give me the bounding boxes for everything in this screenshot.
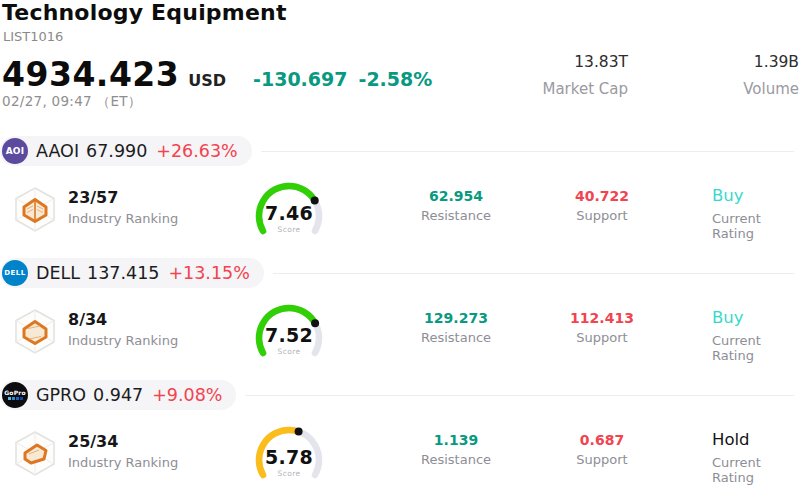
index-price-line: 4934.423 USD -130.697-2.58% (2, 55, 432, 94)
quote-timestamp: 02/27, 09:47 （ET） (2, 93, 142, 111)
dell-logo-icon: DELL (2, 260, 28, 286)
ticker-price: 67.990 (86, 141, 147, 161)
resistance-value: 129.273 (396, 310, 516, 326)
ticker-pill-dell[interactable]: DELL DELL 137.415 +13.15% (0, 258, 264, 288)
ranking-value: 23/57 (68, 188, 178, 207)
industry-ranking: 8/34 Industry Ranking (68, 310, 178, 348)
row-head: DELL DELL 137.415 +13.15% (0, 258, 800, 288)
resistance-column: 129.273 Resistance (396, 310, 516, 345)
resistance-column: 62.954 Resistance (396, 188, 516, 223)
ranking-value: 8/34 (68, 310, 178, 329)
score-gauge: 7.46 Score (245, 180, 333, 238)
rating-value: Buy (712, 308, 798, 327)
score-value: 7.46 (245, 202, 333, 224)
support-value: 112.413 (544, 310, 660, 326)
industry-ranking-icon (11, 186, 59, 233)
ticker-change: +13.15% (168, 263, 249, 283)
score-label: Score (245, 225, 333, 234)
score-label: Score (245, 469, 333, 478)
resistance-value: 62.954 (396, 188, 516, 204)
support-label: Support (544, 330, 660, 345)
support-value: 40.722 (544, 188, 660, 204)
row-body: 8/34 Industry Ranking 7.52 Score 129.273… (0, 308, 800, 380)
resistance-label: Resistance (396, 208, 516, 223)
ranking-label: Industry Ranking (68, 211, 178, 226)
support-label: Support (544, 208, 660, 223)
row-body: 25/34 Industry Ranking 5.78 Score 1.139 … (0, 430, 800, 488)
market-cap-value: 13.83T (542, 53, 628, 71)
ticker-symbol: DELL (36, 263, 80, 283)
stock-row-dell: DELL DELL 137.415 +13.15% 8/34 Industry … (0, 258, 800, 380)
rating-column: Hold Current Rating (712, 430, 798, 485)
ticker-symbol: AAOI (36, 141, 79, 161)
rating-value: Hold (712, 430, 798, 449)
aaoi-logo-icon: AOI (2, 138, 28, 164)
industry-ranking: 25/34 Industry Ranking (68, 432, 178, 470)
industry-ranking: 23/57 Industry Ranking (68, 188, 178, 226)
score-label: Score (245, 347, 333, 356)
market-cap-stat: 13.83T Market Cap (542, 53, 628, 98)
ticker-symbol: GPRO (36, 385, 86, 405)
rating-column: Buy Current Rating (712, 308, 798, 363)
ticker-pill-aaoi[interactable]: AOI AAOI 67.990 +26.63% (0, 136, 252, 166)
stock-list-screen: Technology Equipment LIST1016 4934.423 U… (0, 0, 800, 488)
ranking-label: Industry Ranking (68, 333, 178, 348)
rating-label: Current Rating (712, 455, 798, 485)
support-column: 112.413 Support (544, 310, 660, 345)
resistance-column: 1.139 Resistance (396, 432, 516, 467)
divider (261, 151, 794, 152)
volume-value: 1.39B (743, 53, 799, 71)
currency-label: USD (188, 71, 226, 90)
volume-stat: 1.39B Volume (743, 53, 799, 98)
support-value: 0.687 (544, 432, 660, 448)
score-value: 5.78 (245, 446, 333, 468)
stock-row-aaoi: AOI AAOI 67.990 +26.63% 23/57 Industry R… (0, 136, 800, 258)
score-gauge: 5.78 Score (245, 424, 333, 482)
industry-ranking-icon (11, 308, 59, 355)
page-title: Technology Equipment (2, 0, 287, 25)
resistance-label: Resistance (396, 330, 516, 345)
rating-label: Current Rating (712, 333, 798, 363)
change-absolute: -130.697 (253, 68, 347, 90)
index-price: 4934.423 (2, 55, 179, 94)
row-head: GoPro GPRO 0.947 +9.08% (0, 380, 800, 410)
volume-label: Volume (743, 80, 799, 98)
ranking-value: 25/34 (68, 432, 178, 451)
index-change: -130.697-2.58% (253, 68, 432, 90)
list-id: LIST1016 (3, 29, 63, 44)
market-cap-label: Market Cap (542, 80, 628, 98)
support-column: 0.687 Support (544, 432, 660, 467)
divider (245, 395, 794, 396)
rating-column: Buy Current Rating (712, 186, 798, 241)
row-body: 23/57 Industry Ranking 7.46 Score 62.954… (0, 186, 800, 258)
change-percent: -2.58% (359, 68, 433, 90)
ticker-price: 137.415 (87, 263, 159, 283)
industry-ranking-icon (11, 430, 59, 477)
divider (273, 273, 794, 274)
support-label: Support (544, 452, 660, 467)
stock-row-gpro: GoPro GPRO 0.947 +9.08% 25/34 Ind (0, 380, 800, 488)
resistance-value: 1.139 (396, 432, 516, 448)
row-head: AOI AAOI 67.990 +26.63% (0, 136, 800, 166)
ticker-change: +26.63% (156, 141, 237, 161)
resistance-label: Resistance (396, 452, 516, 467)
ticker-change: +9.08% (152, 385, 222, 405)
support-column: 40.722 Support (544, 188, 660, 223)
rating-value: Buy (712, 186, 798, 205)
gopro-logo-icon: GoPro (2, 382, 28, 408)
gopro-squares (8, 397, 23, 400)
score-value: 7.52 (245, 324, 333, 346)
ticker-price: 0.947 (93, 385, 143, 405)
rating-label: Current Rating (712, 211, 798, 241)
ranking-label: Industry Ranking (68, 455, 178, 470)
ticker-pill-gpro[interactable]: GoPro GPRO 0.947 +9.08% (0, 380, 236, 410)
score-gauge: 7.52 Score (245, 302, 333, 360)
